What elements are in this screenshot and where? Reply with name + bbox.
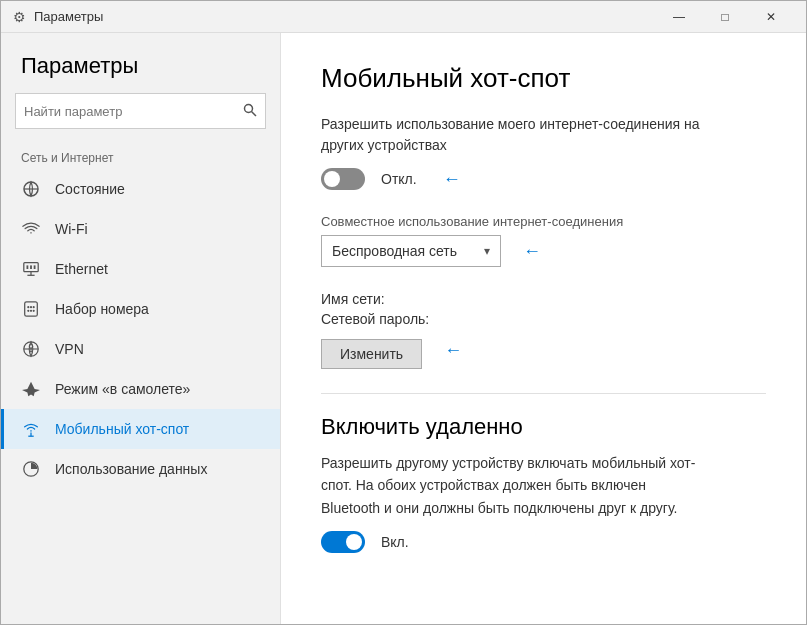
remote-toggle[interactable] — [321, 531, 365, 553]
hotspot-toggle-label: Откл. — [381, 171, 417, 187]
chevron-down-icon: ▾ — [484, 244, 490, 258]
remote-section: Включить удаленно Разрешить другому устр… — [321, 414, 766, 553]
remote-title: Включить удаленно — [321, 414, 766, 440]
arrow-indicator-2: ← — [523, 241, 541, 262]
sidebar-item-datausage-label: Использование данных — [55, 461, 207, 477]
main-content: Мобильный хот-спот Разрешить использован… — [281, 33, 806, 624]
sidebar-item-ethernet-label: Ethernet — [55, 261, 108, 277]
sidebar-title: Параметры — [1, 33, 280, 89]
sidebar-item-ethernet[interactable]: Ethernet — [1, 249, 280, 289]
section-label: Сеть и Интернет — [1, 143, 280, 169]
toggle-row: Откл. ← — [321, 168, 766, 190]
maximize-button[interactable]: □ — [702, 1, 748, 33]
sidebar-item-airplane-label: Режим «в самолете» — [55, 381, 190, 397]
sidebar-item-wifi[interactable]: Wi-Fi — [1, 209, 280, 249]
svg-point-11 — [27, 306, 29, 308]
network-password-row: Сетевой пароль: — [321, 311, 766, 327]
datausage-icon — [21, 459, 41, 479]
svg-line-1 — [252, 111, 257, 116]
sidebar-item-vpn-label: VPN — [55, 341, 84, 357]
hotspot-description: Разрешить использование моего интернет-с… — [321, 114, 701, 156]
close-button[interactable]: ✕ — [748, 1, 794, 33]
dropdown-row: Беспроводная сеть ▾ ← — [321, 235, 766, 267]
ethernet-icon — [21, 259, 41, 279]
vpn-icon — [21, 339, 41, 359]
svg-rect-10 — [25, 302, 38, 316]
hotspot-toggle[interactable] — [321, 168, 365, 190]
page-title: Мобильный хот-спот — [321, 63, 766, 94]
wifi-icon — [21, 219, 41, 239]
svg-point-0 — [245, 104, 253, 112]
section-divider — [321, 393, 766, 394]
sidebar: Параметры Сеть и Интернет — [1, 33, 281, 624]
svg-point-15 — [30, 310, 32, 312]
title-bar-controls: — □ ✕ — [656, 1, 794, 33]
dropdown-value: Беспроводная сеть — [332, 243, 457, 259]
sidebar-item-airplane[interactable]: Режим «в самолете» — [1, 369, 280, 409]
sidebar-item-hotspot[interactable]: Мобильный хот-спот — [1, 409, 280, 449]
search-button[interactable] — [243, 103, 257, 120]
network-info-section: Имя сети: Сетевой пароль: Изменить ← — [321, 291, 766, 369]
sidebar-item-dialup-label: Набор номера — [55, 301, 149, 317]
remote-toggle-row: Вкл. — [321, 531, 766, 553]
svg-rect-9 — [34, 265, 36, 269]
dialup-icon — [21, 299, 41, 319]
title-bar: ⚙ Параметры — □ ✕ — [1, 1, 806, 33]
remote-toggle-label: Вкл. — [381, 534, 409, 550]
network-name-row: Имя сети: — [321, 291, 766, 307]
minimize-button[interactable]: — — [656, 1, 702, 33]
sidebar-item-status-label: Состояние — [55, 181, 125, 197]
sidebar-item-status[interactable]: Состояние — [1, 169, 280, 209]
title-bar-left: ⚙ Параметры — [13, 9, 103, 25]
svg-point-16 — [33, 310, 35, 312]
svg-point-14 — [27, 310, 29, 312]
change-button[interactable]: Изменить — [321, 339, 422, 369]
window: ⚙ Параметры — □ ✕ Параметры Сеть и Интер… — [0, 0, 807, 625]
sidebar-item-vpn[interactable]: VPN — [1, 329, 280, 369]
arrow-indicator-3: ← — [444, 340, 462, 361]
svg-rect-8 — [30, 265, 32, 269]
sidebar-item-datausage[interactable]: Использование данных — [1, 449, 280, 489]
content: Параметры Сеть и Интернет — [1, 33, 806, 624]
network-icon — [21, 179, 41, 199]
sharing-label: Совместное использование интернет-соедин… — [321, 214, 766, 229]
connection-dropdown[interactable]: Беспроводная сеть ▾ — [321, 235, 501, 267]
svg-point-13 — [33, 306, 35, 308]
search-icon — [243, 103, 257, 117]
toggle-knob — [324, 171, 340, 187]
svg-point-12 — [30, 306, 32, 308]
svg-rect-7 — [27, 265, 29, 269]
airplane-icon — [21, 379, 41, 399]
hotspot-icon — [21, 419, 41, 439]
search-box[interactable] — [15, 93, 266, 129]
arrow-indicator-1: ← — [443, 169, 461, 190]
sidebar-item-wifi-label: Wi-Fi — [55, 221, 88, 237]
search-input[interactable] — [24, 104, 243, 119]
hotspot-section: Разрешить использование моего интернет-с… — [321, 114, 766, 190]
sharing-section: Совместное использование интернет-соедин… — [321, 214, 766, 267]
remote-toggle-knob — [346, 534, 362, 550]
gear-icon: ⚙ — [13, 9, 26, 25]
remote-description: Разрешить другому устройству включать мо… — [321, 452, 701, 519]
sidebar-item-hotspot-label: Мобильный хот-спот — [55, 421, 189, 437]
sidebar-item-dialup[interactable]: Набор номера — [1, 289, 280, 329]
window-title: Параметры — [34, 9, 103, 24]
